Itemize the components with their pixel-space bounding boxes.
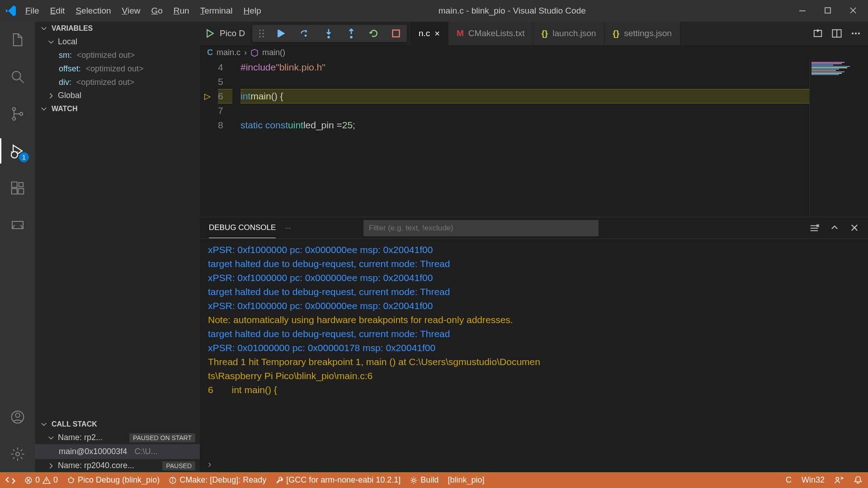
panel-close-icon[interactable]: [850, 223, 859, 232]
svg-point-48: [68, 478, 73, 483]
debug-config-launcher[interactable]: Pico D: [200, 22, 250, 45]
svg-point-6: [13, 108, 16, 111]
symbol-icon: [250, 49, 259, 57]
editor-tab[interactable]: n.c×: [410, 22, 448, 45]
debug-console-tab[interactable]: DEBUG CONSOLE: [209, 218, 276, 238]
accounts-icon[interactable]: [9, 408, 27, 426]
extensions-icon[interactable]: [9, 179, 27, 197]
collapse-icon[interactable]: [830, 223, 839, 232]
clear-console-icon[interactable]: [809, 223, 819, 233]
tab-close-icon[interactable]: ×: [434, 28, 440, 39]
variable-scope-local[interactable]: Local: [35, 35, 200, 48]
thread-status-badge: PAUSED: [162, 461, 195, 470]
breadcrumb[interactable]: C main.c › main(): [200, 45, 868, 60]
chevron-down-icon: [40, 421, 48, 427]
bell-icon[interactable]: [854, 475, 863, 484]
svg-point-28: [327, 36, 330, 39]
svg-point-7: [13, 117, 16, 120]
status-language[interactable]: C: [786, 475, 792, 485]
play-icon: [205, 28, 215, 38]
source-control-icon[interactable]: [9, 105, 27, 123]
callstack-header[interactable]: CALL STACK: [35, 418, 200, 431]
svg-point-22: [259, 33, 260, 34]
step-over-icon[interactable]: [300, 28, 311, 38]
editor-tab[interactable]: {}settings.json: [604, 22, 680, 45]
split-editor-icon[interactable]: [832, 28, 842, 38]
more-icon[interactable]: [851, 28, 861, 38]
svg-rect-13: [12, 188, 17, 194]
feedback-icon[interactable]: [835, 475, 844, 484]
run-debug-icon[interactable]: 1: [9, 142, 27, 160]
restart-icon[interactable]: [369, 28, 379, 38]
callstack-frame[interactable]: main@0x100003f4C:\U...: [35, 444, 200, 459]
cortex-icon[interactable]: [9, 216, 27, 234]
callstack-thread[interactable]: Name: rp2... PAUSED ON START: [35, 431, 200, 444]
menu-selection[interactable]: Selection: [75, 6, 111, 16]
gear-icon: [410, 476, 418, 484]
search-icon[interactable]: [9, 68, 27, 86]
editor-area: Pico D n.c×MCMakeLists.txt{}launch.json{…: [200, 22, 868, 472]
debug-sidebar: VARIABLES Local sm: <optimized out> offs…: [35, 22, 200, 472]
titlebar: File Edit Selection View Go Run Terminal…: [0, 0, 868, 22]
step-out-icon[interactable]: [346, 28, 356, 38]
debug-console-output[interactable]: xPSR: 0xf1000000 pc: 0x000000ee msp: 0x2…: [200, 239, 868, 457]
code-editor[interactable]: ▷ 45678 #include "blink.pio.h"int main()…: [200, 60, 868, 217]
remote-icon[interactable]: [5, 475, 15, 485]
svg-point-19: [16, 452, 19, 456]
status-compiler[interactable]: [GCC for arm-none-eabi 10.2.1]: [275, 475, 401, 485]
editor-tab[interactable]: MCMakeLists.txt: [448, 22, 533, 45]
callstack-thread[interactable]: Name: rp2040.core... PAUSED: [35, 459, 200, 472]
status-cmake[interactable]: CMake: [Debug]: Ready: [169, 475, 266, 485]
close-icon[interactable]: [850, 7, 857, 14]
variable-item[interactable]: offset: <optimized out>: [35, 62, 200, 75]
variable-item[interactable]: div: <optimized out>: [35, 75, 200, 89]
stop-icon[interactable]: [392, 29, 401, 38]
menu-file[interactable]: File: [25, 6, 39, 16]
explorer-icon[interactable]: [9, 31, 27, 49]
svg-rect-1: [825, 8, 830, 13]
wrench-icon: [275, 476, 283, 484]
menu-edit[interactable]: Edit: [50, 6, 65, 16]
menu-run[interactable]: Run: [174, 6, 189, 16]
variables-header[interactable]: VARIABLES: [35, 22, 200, 35]
svg-rect-15: [19, 183, 23, 187]
step-into-icon[interactable]: [324, 28, 334, 38]
svg-point-8: [20, 113, 23, 116]
chevron-right-icon: [48, 463, 54, 469]
status-platform[interactable]: Win32: [802, 475, 825, 485]
svg-point-34: [852, 33, 854, 34]
maximize-icon[interactable]: [825, 7, 832, 14]
watch-header[interactable]: WATCH: [35, 102, 200, 116]
variable-scope-global[interactable]: Global: [35, 89, 200, 102]
svg-line-51: [73, 479, 74, 479]
error-icon: [24, 476, 33, 484]
status-debug-config[interactable]: Pico Debug (blink_pio): [67, 475, 160, 485]
variable-item[interactable]: sm: <optimized out>: [35, 48, 200, 62]
panel-more-icon[interactable]: ···: [285, 224, 291, 232]
grip-icon[interactable]: [259, 29, 265, 38]
chevron-down-icon: [40, 106, 48, 112]
menu-view[interactable]: View: [122, 6, 141, 16]
minimap[interactable]: [809, 60, 868, 217]
panel: DEBUG CONSOLE ··· xPSR: 0xf1000000 pc: 0…: [200, 217, 868, 472]
chevron-down-icon: [40, 25, 48, 32]
svg-point-21: [262, 30, 264, 31]
svg-point-54: [173, 479, 173, 479]
status-target[interactable]: [blink_pio]: [448, 475, 484, 485]
svg-line-5: [19, 79, 24, 83]
warning-icon: [42, 476, 51, 484]
svg-rect-30: [392, 30, 399, 37]
continue-icon[interactable]: [278, 28, 288, 38]
settings-gear-icon[interactable]: [9, 445, 27, 463]
console-input-prompt[interactable]: ›: [200, 457, 868, 472]
status-problems[interactable]: 0 0: [24, 475, 58, 485]
svg-rect-16: [12, 221, 23, 229]
editor-tab[interactable]: {}launch.json: [533, 22, 604, 45]
minimize-icon[interactable]: [799, 7, 807, 14]
svg-point-29: [350, 36, 353, 39]
open-changes-icon[interactable]: [813, 28, 823, 38]
status-build[interactable]: Build: [410, 475, 439, 485]
menu-go[interactable]: Go: [151, 6, 162, 16]
console-filter-input[interactable]: [363, 220, 599, 236]
svg-point-4: [12, 71, 21, 80]
